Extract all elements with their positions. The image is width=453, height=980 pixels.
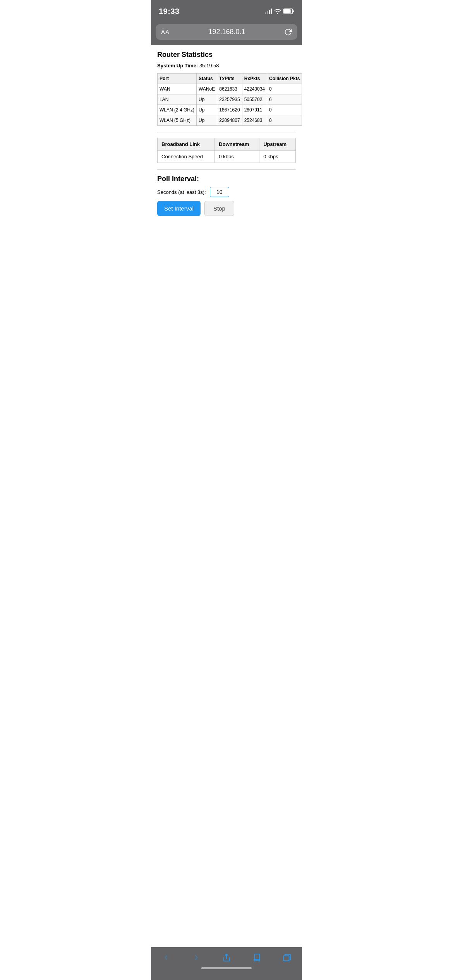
bb-cell-0-1: 0 kbps: [215, 151, 259, 163]
address-bar-inner[interactable]: AA 192.168.0.1: [156, 24, 297, 40]
cell-1-0: LAN: [158, 94, 197, 105]
status-icons: [265, 9, 294, 14]
cell-1-2: 23257935: [217, 94, 242, 105]
main-content: Router Statistics System Up Time: 35:19:…: [151, 45, 302, 221]
cell-2-4: 0: [267, 105, 302, 115]
cell-2-0: WLAN (2.4 GHz): [158, 105, 197, 115]
cell-3-4: 0: [267, 115, 302, 126]
broadband-table: Broadband Link Downstream Upstream Conne…: [157, 138, 296, 163]
bb-col-downstream: Downstream: [215, 138, 259, 151]
poll-label-row: Seconds (at least 3s):: [157, 187, 296, 197]
address-bar: AA 192.168.0.1: [151, 21, 302, 45]
set-interval-button[interactable]: Set Interval: [157, 201, 201, 216]
cell-3-1: Up: [197, 115, 217, 126]
system-uptime: System Up Time: 35:19:58: [157, 63, 296, 69]
col-status: Status: [197, 74, 217, 84]
table-row: LANUp2325793550557026557919912019835:19:…: [158, 94, 302, 105]
bb-col-upstream: Upstream: [259, 138, 296, 151]
col-collision: Collision Pkts: [267, 74, 302, 84]
table-row: Connection Speed0 kbps0 kbps: [158, 151, 296, 163]
cell-1-3: 5055702: [242, 94, 267, 105]
refresh-button[interactable]: [284, 28, 292, 36]
bb-col-link: Broadband Link: [158, 138, 215, 151]
status-bar: 19:33: [151, 0, 302, 21]
poll-title: Poll Interval:: [157, 175, 296, 183]
table-row: WANWANoE862163342243034072859551797635:1…: [158, 84, 302, 94]
table-row: WLAN (5 GHz)Up220948072524683001785035:1…: [158, 115, 302, 126]
cell-3-2: 22094807: [217, 115, 242, 126]
cell-2-3: 2807911: [242, 105, 267, 115]
cell-1-1: Up: [197, 94, 217, 105]
bb-cell-0-2: 0 kbps: [259, 151, 296, 163]
cell-2-1: Up: [197, 105, 217, 115]
col-port: Port: [158, 74, 197, 84]
cell-1-4: 6: [267, 94, 302, 105]
wifi-icon: [274, 9, 281, 14]
stats-table: Port Status TxPkts RxPkts Collision Pkts…: [157, 73, 302, 126]
svg-rect-1: [284, 9, 291, 13]
url-text[interactable]: 192.168.0.1: [170, 28, 284, 36]
col-rxpkts: RxPkts: [242, 74, 267, 84]
cell-0-4: 0: [267, 84, 302, 94]
cell-3-0: WLAN (5 GHz): [158, 115, 197, 126]
signal-icon: [265, 9, 272, 14]
stop-button[interactable]: Stop: [204, 201, 234, 216]
page-title: Router Statistics: [157, 51, 296, 59]
cell-0-3: 42243034: [242, 84, 267, 94]
poll-section: Poll Interval: Seconds (at least 3s): Se…: [157, 175, 296, 216]
battery-icon: [283, 9, 294, 14]
poll-label-text: Seconds (at least 3s):: [157, 189, 206, 195]
cell-0-1: WANoE: [197, 84, 217, 94]
col-txpkts: TxPkts: [217, 74, 242, 84]
bb-cell-0-0: Connection Speed: [158, 151, 215, 163]
divider2: [157, 169, 296, 170]
cell-0-0: WAN: [158, 84, 197, 94]
poll-buttons: Set Interval Stop: [157, 201, 296, 216]
uptime-label: System Up Time:: [157, 63, 198, 69]
cell-3-3: 2524683: [242, 115, 267, 126]
uptime-value: 35:19:58: [199, 63, 219, 69]
cell-2-2: 18671620: [217, 105, 242, 115]
aa-text[interactable]: AA: [161, 29, 170, 35]
poll-input[interactable]: [210, 187, 229, 197]
cell-0-2: 8621633: [217, 84, 242, 94]
table-row: WLAN (2.4 GHz)Up186716202807911014728183…: [158, 105, 302, 115]
divider: [157, 132, 296, 132]
status-time: 19:33: [159, 7, 180, 16]
